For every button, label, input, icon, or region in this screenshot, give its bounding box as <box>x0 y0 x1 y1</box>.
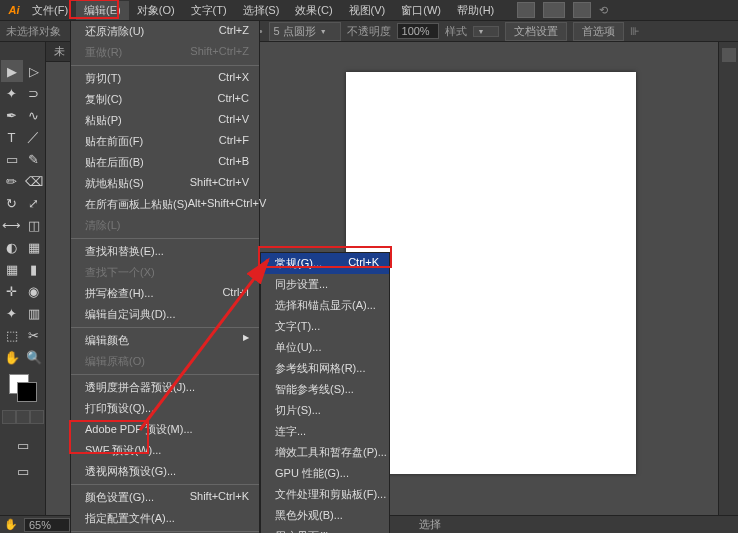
submenu-item[interactable]: 同步设置... <box>261 274 389 295</box>
submenu-item[interactable]: 参考线和网格(R)... <box>261 358 389 379</box>
brush-dropdown[interactable]: 5 点圆形▼ <box>269 22 341 41</box>
layout-icon[interactable] <box>543 2 565 18</box>
direct-selection-tool[interactable]: ▷ <box>23 60 45 82</box>
menu-item: 查找下一个(X) <box>71 262 259 283</box>
magic-wand-tool[interactable]: ✦ <box>1 82 23 104</box>
curvature-tool[interactable]: ∿ <box>23 104 45 126</box>
gradient-mode[interactable] <box>16 410 30 424</box>
menu-item[interactable]: 贴在后面(B)Ctrl+B <box>71 152 259 173</box>
menu-item[interactable]: SWF 预设(W)... <box>71 440 259 461</box>
align-icon[interactable]: ⊪ <box>630 25 640 38</box>
menu-object[interactable]: 对象(O) <box>129 1 183 20</box>
eraser-tool[interactable]: ⌫ <box>23 170 45 192</box>
layout-icon[interactable] <box>517 2 535 18</box>
menu-item[interactable]: 编辑自定词典(D)... <box>71 304 259 325</box>
type-tool[interactable]: T <box>1 126 23 148</box>
submenu-item[interactable]: 增效工具和暂存盘(P)... <box>261 442 389 463</box>
draw-mode[interactable]: ▭ <box>12 434 34 456</box>
submenu-item[interactable]: 切片(S)... <box>261 400 389 421</box>
screen-mode[interactable]: ▭ <box>12 460 34 482</box>
document-tab[interactable]: 未 <box>46 42 73 62</box>
menu-item[interactable]: 剪切(T)Ctrl+X <box>71 68 259 89</box>
menu-view[interactable]: 视图(V) <box>341 1 394 20</box>
fill-mode[interactable] <box>2 410 16 424</box>
menu-item[interactable]: 粘贴(P)Ctrl+V <box>71 110 259 131</box>
layout-icon[interactable] <box>573 2 591 18</box>
pencil-tool[interactable]: ✏ <box>1 170 23 192</box>
preferences-submenu: 常规(G)...Ctrl+K同步设置...选择和锚点显示(A)...文字(T).… <box>260 252 390 533</box>
menubar-extras: ⟲ <box>517 2 608 18</box>
none-mode[interactable] <box>30 410 44 424</box>
submenu-item[interactable]: 单位(U)... <box>261 337 389 358</box>
rectangle-tool[interactable]: ▭ <box>1 148 23 170</box>
menu-item[interactable]: Adobe PDF 预设(M)... <box>71 419 259 440</box>
doc-setup-button[interactable]: 文档设置 <box>505 22 567 41</box>
hand-icon[interactable]: ✋ <box>4 518 18 531</box>
menu-item[interactable]: 在所有画板上粘贴(S)Alt+Shift+Ctrl+V <box>71 194 259 215</box>
menu-effect[interactable]: 效果(C) <box>287 1 340 20</box>
noselection-label: 未选择对象 <box>6 24 61 39</box>
selection-tool[interactable]: ▶ <box>1 60 23 82</box>
eyedropper-tool[interactable]: ✛ <box>1 280 23 302</box>
submenu-item[interactable]: GPU 性能(G)... <box>261 463 389 484</box>
menubar: Ai 文件(F) 编辑(E) 对象(O) 文字(T) 选择(S) 效果(C) 视… <box>0 0 738 20</box>
panel-icon[interactable] <box>722 48 736 62</box>
submenu-item[interactable]: 文字(T)... <box>261 316 389 337</box>
line-tool[interactable]: ／ <box>23 126 45 148</box>
menu-item: 重做(R)Shift+Ctrl+Z <box>71 42 259 63</box>
menu-item[interactable]: 拼写检查(H)...Ctrl+I <box>71 283 259 304</box>
submenu-item[interactable]: 选择和锚点显示(A)... <box>261 295 389 316</box>
edit-dropdown: 还原清除(U)Ctrl+Z重做(R)Shift+Ctrl+Z剪切(T)Ctrl+… <box>70 20 260 533</box>
perspective-tool[interactable]: ▦ <box>23 236 45 258</box>
menu-item[interactable]: 透明度拼合器预设(J)... <box>71 377 259 398</box>
submenu-item[interactable]: 智能参考线(S)... <box>261 379 389 400</box>
menu-item[interactable]: 还原清除(U)Ctrl+Z <box>71 21 259 42</box>
menu-type[interactable]: 文字(T) <box>183 1 235 20</box>
zoom-tool[interactable]: 🔍 <box>23 346 45 368</box>
menu-item[interactable]: 就地粘贴(S)Shift+Ctrl+V <box>71 173 259 194</box>
menu-window[interactable]: 窗口(W) <box>393 1 449 20</box>
menu-item[interactable]: 贴在前面(F)Ctrl+F <box>71 131 259 152</box>
menu-item[interactable]: 复制(C)Ctrl+C <box>71 89 259 110</box>
hand-tool[interactable]: ✋ <box>1 346 23 368</box>
gradient-tool[interactable]: ▮ <box>23 258 45 280</box>
submenu-item[interactable]: 连字... <box>261 421 389 442</box>
graph-tool[interactable]: ▥ <box>23 302 45 324</box>
slice-tool[interactable]: ✂ <box>23 324 45 346</box>
submenu-item[interactable]: 文件处理和剪贴板(F)... <box>261 484 389 505</box>
style-label: 样式 <box>445 24 467 39</box>
menu-item[interactable]: 透视网格预设(G)... <box>71 461 259 482</box>
artboard-tool[interactable]: ⬚ <box>1 324 23 346</box>
blend-tool[interactable]: ◉ <box>23 280 45 302</box>
width-tool[interactable]: ⟷ <box>1 214 23 236</box>
menu-item[interactable]: 查找和替换(E)... <box>71 241 259 262</box>
menu-file[interactable]: 文件(F) <box>24 1 76 20</box>
status-mode: 选择 <box>419 517 441 532</box>
preferences-button[interactable]: 首选项 <box>573 22 624 41</box>
paintbrush-tool[interactable]: ✎ <box>23 148 45 170</box>
panel-dock <box>718 42 738 515</box>
menu-item[interactable]: 打印预设(Q)... <box>71 398 259 419</box>
submenu-item[interactable]: 用户界面(I)... <box>261 526 389 533</box>
menu-edit[interactable]: 编辑(E) <box>76 1 129 20</box>
menu-help[interactable]: 帮助(H) <box>449 1 502 20</box>
style-dropdown[interactable]: ▼ <box>473 26 499 37</box>
opacity-field[interactable]: 100% <box>397 23 439 39</box>
color-swatch[interactable] <box>9 374 37 402</box>
submenu-item[interactable]: 黑色外观(B)... <box>261 505 389 526</box>
submenu-item[interactable]: 常规(G)...Ctrl+K <box>261 253 389 274</box>
symbol-tool[interactable]: ✦ <box>1 302 23 324</box>
zoom-field[interactable]: 65% <box>24 518 70 532</box>
menu-item[interactable]: 编辑颜色▶ <box>71 330 259 351</box>
menu-item[interactable]: 指定配置文件(A)... <box>71 508 259 529</box>
lasso-tool[interactable]: ⊃ <box>23 82 45 104</box>
rotate-tool[interactable]: ↻ <box>1 192 23 214</box>
pen-tool[interactable]: ✒ <box>1 104 23 126</box>
free-transform-tool[interactable]: ◫ <box>23 214 45 236</box>
menu-item[interactable]: 颜色设置(G)...Shift+Ctrl+K <box>71 487 259 508</box>
mesh-tool[interactable]: ▦ <box>1 258 23 280</box>
scale-tool[interactable]: ⤢ <box>23 192 45 214</box>
menu-select[interactable]: 选择(S) <box>235 1 288 20</box>
shape-builder-tool[interactable]: ◐ <box>1 236 23 258</box>
sync-icon[interactable]: ⟲ <box>599 4 608 17</box>
